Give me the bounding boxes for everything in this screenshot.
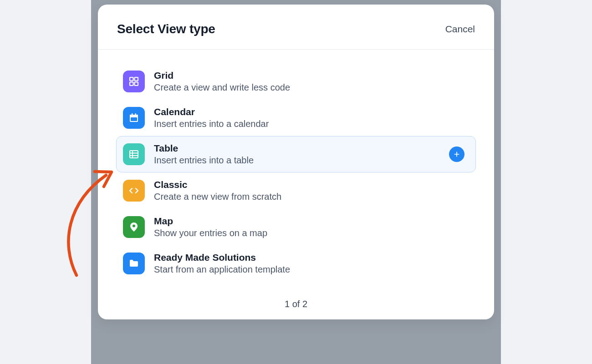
- option-classic[interactable]: Classic Create a new view from scratch: [116, 172, 476, 209]
- modal-title: Select View type: [117, 22, 215, 36]
- option-text: Table Insert entries into a table: [154, 143, 440, 166]
- option-map[interactable]: Map Show your entries on a map: [116, 209, 476, 245]
- option-desc: Create a new view from scratch: [154, 192, 469, 202]
- option-grid[interactable]: Grid Create a view and write less code: [116, 63, 476, 100]
- option-title: Grid: [154, 70, 469, 81]
- modal-header: Select View type Cancel: [98, 5, 494, 50]
- option-desc: Insert entries into a calendar: [154, 119, 469, 129]
- svg-rect-6: [131, 117, 137, 121]
- svg-rect-7: [132, 113, 133, 116]
- svg-rect-9: [130, 151, 138, 158]
- option-ready-made-solutions[interactable]: Ready Made Solutions Start from an appli…: [116, 245, 476, 282]
- option-text: Classic Create a new view from scratch: [154, 179, 469, 202]
- code-icon: [123, 180, 145, 202]
- add-button[interactable]: [449, 147, 464, 162]
- svg-rect-5: [130, 115, 138, 117]
- svg-rect-2: [130, 82, 133, 86]
- option-text: Ready Made Solutions Start from an appli…: [154, 252, 469, 275]
- map-pin-icon: [123, 216, 145, 238]
- option-text: Calendar Insert entries into a calendar: [154, 106, 469, 129]
- option-desc: Show your entries on a map: [154, 228, 469, 238]
- pager: 1 of 2: [98, 286, 494, 319]
- calendar-icon: [123, 107, 145, 129]
- option-desc: Start from an application template: [154, 264, 469, 275]
- svg-rect-1: [135, 77, 138, 81]
- option-desc: Insert entries into a table: [154, 155, 440, 166]
- option-table[interactable]: Table Insert entries into a table: [116, 136, 476, 172]
- svg-rect-0: [130, 77, 133, 81]
- table-icon: [123, 143, 145, 165]
- option-text: Grid Create a view and write less code: [154, 70, 469, 93]
- view-type-options: Grid Create a view and write less code C…: [98, 50, 494, 286]
- svg-point-15: [133, 225, 135, 228]
- option-title: Table: [154, 143, 440, 154]
- option-title: Ready Made Solutions: [154, 252, 469, 263]
- option-title: Classic: [154, 179, 469, 190]
- folder-icon: [123, 253, 145, 274]
- option-desc: Create a view and write less code: [154, 82, 469, 93]
- grid-icon: [123, 71, 145, 92]
- svg-rect-3: [135, 82, 138, 86]
- svg-rect-8: [135, 113, 137, 116]
- option-title: Calendar: [154, 106, 469, 117]
- cancel-button[interactable]: Cancel: [445, 24, 475, 35]
- plus-icon: [453, 151, 460, 158]
- option-calendar[interactable]: Calendar Insert entries into a calendar: [116, 100, 476, 136]
- option-title: Map: [154, 216, 469, 227]
- select-view-type-modal: Select View type Cancel Grid Create a vi…: [98, 5, 494, 319]
- option-text: Map Show your entries on a map: [154, 216, 469, 238]
